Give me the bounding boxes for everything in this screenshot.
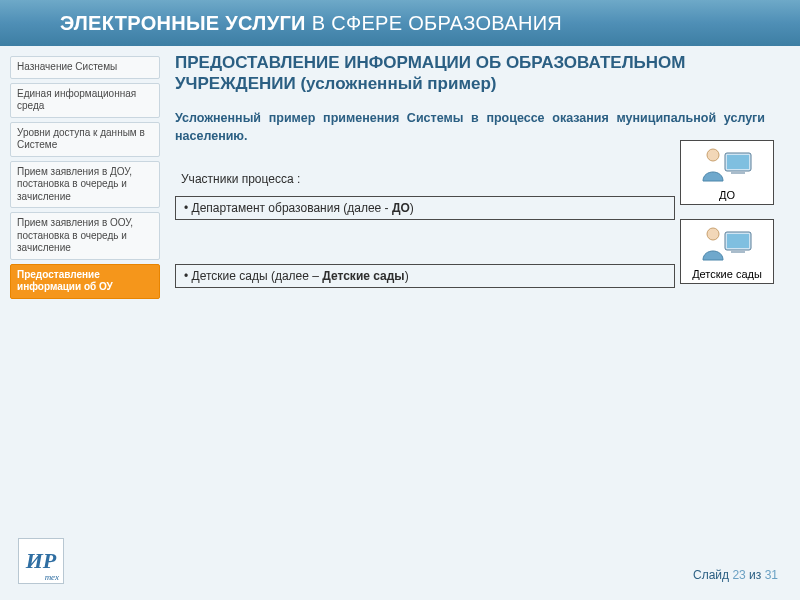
- logo: ИР тех: [18, 538, 64, 584]
- person-monitor-icon: [697, 222, 757, 266]
- svg-point-3: [707, 149, 719, 161]
- content: ПРЕДОСТАВЛЕНИЕ ИНФОРМАЦИИ ОБ ОБРАЗОВАТЕЛ…: [175, 52, 780, 332]
- logo-text: ИР: [26, 552, 57, 570]
- row1-suffix: ): [410, 201, 414, 215]
- footer-sep: из: [746, 568, 765, 582]
- svg-rect-2: [731, 171, 745, 174]
- actor-card-kindergarten: Детские сады: [680, 219, 774, 284]
- actor2-label: Детские сады: [692, 268, 762, 280]
- sidebar-item-4[interactable]: Прием заявления в ООУ, постановка в очер…: [10, 212, 160, 260]
- actor1-label: ДО: [719, 189, 735, 201]
- slide-counter: Слайд 23 из 31: [693, 568, 778, 582]
- row2-prefix: • Детские сады (далее –: [184, 269, 322, 283]
- row1-prefix: • Департамент образования (далее -: [184, 201, 392, 215]
- logo-sub: тех: [45, 574, 59, 581]
- svg-point-7: [707, 228, 719, 240]
- participant-row-2: • Детские сады (далее – Детские сады): [175, 264, 675, 288]
- row1-bold: ДО: [392, 201, 410, 215]
- sidebar-item-2[interactable]: Уровни доступа к данным в Системе: [10, 122, 160, 157]
- svg-rect-5: [727, 234, 749, 248]
- header-title-bold: ЭЛЕКТРОННЫЕ УСЛУГИ: [60, 12, 306, 35]
- header: ЭЛЕКТРОННЫЕ УСЛУГИ В СФЕРЕ ОБРАЗОВАНИЯ: [0, 0, 800, 46]
- sidebar: Назначение Системы Единая информационная…: [10, 56, 160, 303]
- actor-card-do: ДО: [680, 140, 774, 205]
- svg-rect-6: [731, 250, 745, 253]
- sidebar-item-3[interactable]: Прием заявления в ДОУ, постановка в очер…: [10, 161, 160, 209]
- footer-word: Слайд: [693, 568, 732, 582]
- footer-total: 31: [765, 568, 778, 582]
- intro-text: Усложненный пример применения Системы в …: [175, 109, 765, 147]
- header-title-light: В СФЕРЕ ОБРАЗОВАНИЯ: [312, 12, 562, 35]
- participant-row-1: • Департамент образования (далее - ДО): [175, 196, 675, 220]
- sidebar-item-0[interactable]: Назначение Системы: [10, 56, 160, 79]
- person-monitor-icon: [697, 143, 757, 187]
- footer-current: 23: [732, 568, 745, 582]
- sidebar-item-1[interactable]: Единая информационная среда: [10, 83, 160, 118]
- sidebar-item-5[interactable]: Предоставление информации об ОУ: [10, 264, 160, 299]
- row2-suffix: ): [405, 269, 409, 283]
- slide-title: ПРЕДОСТАВЛЕНИЕ ИНФОРМАЦИИ ОБ ОБРАЗОВАТЕЛ…: [175, 52, 780, 95]
- row2-bold: Детские сады: [322, 269, 404, 283]
- svg-rect-1: [727, 155, 749, 169]
